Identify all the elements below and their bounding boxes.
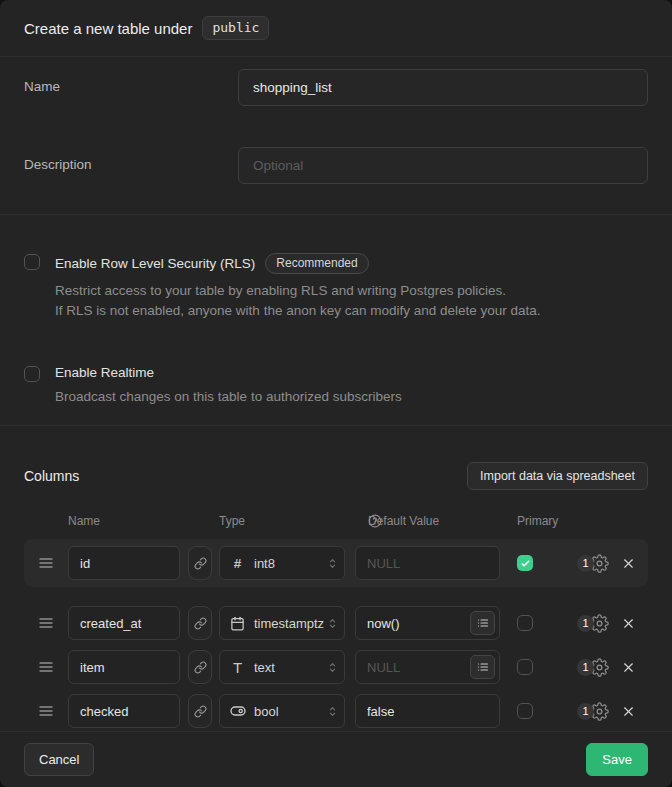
columns-section: Columns Import data via spreadsheet Name… [0,426,672,731]
column-settings-button[interactable]: 1 [577,614,609,633]
rls-block: Enable Row Level Security (RLS) Recommen… [24,253,648,321]
rls-copy: Enable Row Level Security (RLS) Recommen… [55,253,541,321]
column-type-label: bool [254,704,279,719]
column-name-input[interactable] [68,606,180,640]
dialog-footer: Cancel Save [0,731,672,787]
delete-column-button[interactable] [621,660,636,675]
save-button[interactable]: Save [586,743,648,776]
drag-handle-icon[interactable] [38,555,54,571]
chevron-up-down-icon [326,617,339,630]
drag-handle-icon[interactable] [38,659,54,675]
column-type-select[interactable]: T text [219,650,345,684]
rls-desc-line1: Restrict access to your table by enablin… [55,281,541,301]
foreign-key-icon[interactable] [188,606,212,640]
name-label: Name [24,69,238,94]
realtime-description: Broadcast changes on this table to autho… [55,387,402,407]
column-settings-button[interactable]: 1 [577,702,609,721]
delete-column-button[interactable] [621,556,636,571]
cancel-button[interactable]: Cancel [24,743,94,776]
default-suggestions-icon[interactable] [470,611,495,635]
primary-checkbox[interactable] [517,703,533,719]
table-description-input[interactable] [238,147,648,184]
column-type-select[interactable]: # int8 [219,546,345,580]
primary-checkbox[interactable] [517,615,533,631]
column-settings-button[interactable]: 1 [577,554,609,573]
table-info-section: Name Description [0,57,672,215]
create-table-dialog: Create a new table under public Name Des… [0,0,672,787]
primary-checkbox[interactable] [517,659,533,675]
realtime-copy: Enable Realtime Broadcast changes on thi… [55,365,402,407]
column-name-input[interactable] [68,546,180,580]
column-type-select[interactable]: bool [219,694,345,728]
rls-checkbox[interactable] [24,254,40,270]
column-row-highlight: # int8 1 [24,539,648,587]
calendar-type-icon [229,616,246,631]
foreign-key-icon[interactable] [188,650,212,684]
boolean-type-icon [229,703,246,719]
column-default-wrap [355,606,500,640]
column-type-select[interactable]: timestamptz [219,606,345,640]
realtime-checkbox[interactable] [24,366,40,382]
rls-desc-line2: If RLS is not enabled, anyone with the a… [55,301,541,321]
help-circle-icon[interactable] [368,514,382,528]
drag-handle-icon[interactable] [38,615,54,631]
schema-badge: public [202,16,269,40]
chevron-up-down-icon [326,705,339,718]
description-row: Description [24,147,648,184]
delete-column-button[interactable] [621,616,636,631]
primary-checkbox[interactable] [517,555,533,571]
table-name-input[interactable] [238,69,648,106]
chevron-up-down-icon [326,557,339,570]
foreign-key-icon[interactable] [188,694,212,728]
delete-column-button[interactable] [621,704,636,719]
rls-description: Restrict access to your table by enablin… [55,281,541,321]
realtime-block: Enable Realtime Broadcast changes on thi… [24,365,648,407]
columns-table-headers: Name Type Default Value Primary [24,514,648,527]
settings-count-badge: 1 [577,703,594,720]
description-label: Description [24,147,238,172]
dialog-title: Create a new table under [24,20,192,37]
column-row-item: T text 1 [24,650,648,684]
number-type-icon: # [229,556,246,571]
column-default-input[interactable] [355,546,500,580]
rls-title: Enable Row Level Security (RLS) [55,256,255,271]
settings-count-badge: 1 [577,615,594,632]
column-default-input[interactable] [355,694,500,728]
dialog-header: Create a new table under public [0,0,672,57]
column-settings-button[interactable]: 1 [577,658,609,677]
header-name: Name [68,514,100,528]
realtime-title: Enable Realtime [55,365,154,380]
settings-count-badge: 1 [577,659,594,676]
chevron-up-down-icon [326,661,339,674]
column-row-checked: bool 1 [24,694,648,728]
header-type: Type [219,514,245,528]
drag-handle-icon[interactable] [38,703,54,719]
column-row-created-at: timestamptz 1 [24,606,648,640]
recommended-badge: Recommended [265,253,368,274]
import-spreadsheet-button[interactable]: Import data via spreadsheet [467,462,648,490]
column-name-input[interactable] [68,650,180,684]
column-name-input[interactable] [68,694,180,728]
settings-count-badge: 1 [577,555,594,572]
text-type-icon: T [229,659,246,676]
foreign-key-icon[interactable] [188,546,212,580]
columns-title: Columns [24,468,79,484]
column-rows: # int8 1 [24,539,648,728]
column-default-wrap [355,650,500,684]
column-default-wrap [355,546,500,580]
default-suggestions-icon[interactable] [470,655,495,679]
name-row: Name [24,69,648,106]
column-default-wrap [355,694,500,728]
column-type-label: int8 [254,556,275,571]
column-type-label: timestamptz [254,616,324,631]
column-type-label: text [254,660,275,675]
header-primary: Primary [517,514,558,528]
security-section: Enable Row Level Security (RLS) Recommen… [0,215,672,426]
column-row-id: # int8 1 [24,546,648,580]
